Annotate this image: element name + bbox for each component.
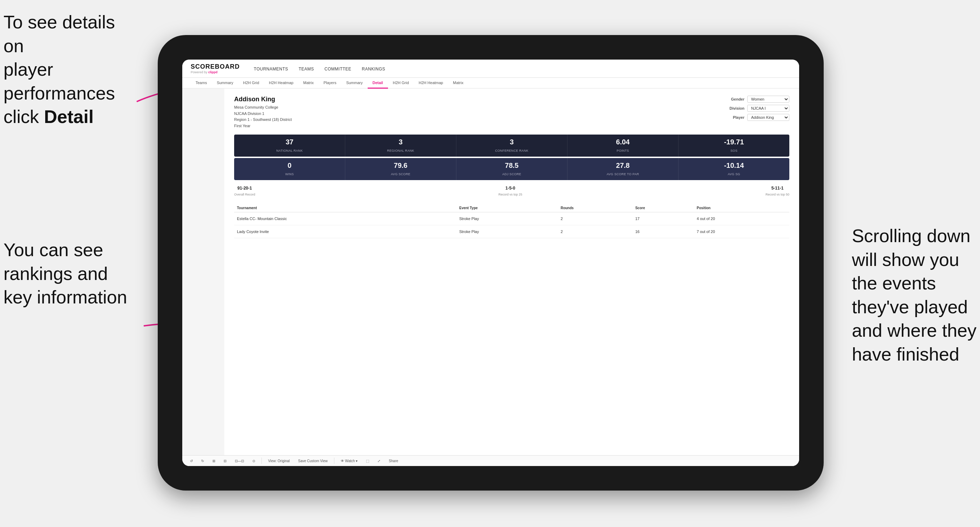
division-label: Division: [727, 106, 745, 110]
left-sidebar: [182, 89, 224, 455]
regional-rank-label: Regional Rank: [387, 149, 414, 152]
tab-matrix2[interactable]: Matrix: [448, 78, 468, 89]
stats-row1: 37 National Rank 3 Regional Rank 3 Confe…: [234, 135, 789, 157]
wins-label: Wins: [285, 172, 294, 176]
conference-rank-label: Conference Rank: [495, 149, 528, 152]
adj-score-label: Adj Score: [502, 172, 521, 176]
nav-committee[interactable]: COMMITTEE: [325, 67, 352, 71]
event-type-1: Stroke Play: [457, 212, 558, 225]
points-label: Points: [617, 149, 629, 152]
tab-h2h-grid[interactable]: H2H Grid: [238, 78, 264, 89]
records-row: 91-20-1 Overall Record 1-5-0 Record vs t…: [234, 184, 789, 198]
annotation-topleft: To see details on player performances cl…: [3, 11, 123, 129]
toolbar-save-custom[interactable]: Save Custom View: [296, 458, 330, 464]
player-info: Addison King Mesa Community College NJCA…: [234, 96, 292, 129]
tournament-table: Tournament Event Type Rounds Score Posit…: [234, 204, 789, 238]
tournament-name-2: Lady Coyote Invite: [234, 225, 457, 238]
avg-sg-label: Avg SG: [728, 172, 740, 176]
gender-label: Gender: [727, 97, 745, 101]
toolbar-share[interactable]: Share: [387, 458, 400, 464]
nav-teams[interactable]: TEAMS: [299, 67, 314, 71]
stat-regional-rank: 3 Regional Rank: [345, 135, 457, 157]
nav-links: TOURNAMENTS TEAMS COMMITTEE RANKINGS: [254, 65, 385, 72]
stat-avg-score-par: 27.8 Avg Score to Par: [568, 158, 679, 180]
record-overall-label: Overall Record: [234, 193, 255, 196]
toolbar-view-original[interactable]: View: Original: [266, 458, 292, 464]
division-control: Division NJCAA I: [727, 105, 789, 112]
sos-value: -19.71: [681, 138, 787, 146]
brand-name: clippd: [208, 70, 218, 74]
toolbar-redo[interactable]: ↻: [199, 458, 206, 464]
toolbar-btn1[interactable]: ⊞: [210, 458, 217, 464]
tab-teams[interactable]: Teams: [191, 78, 212, 89]
record-top50: 5-11-1 Record vs top 50: [765, 186, 789, 197]
stats-row2: 0 Wins 79.6 Avg Score 78.5 Adj Score 27.…: [234, 158, 789, 180]
tab-players[interactable]: Players: [318, 78, 341, 89]
rounds-1: 2: [558, 212, 632, 225]
toolbar-timer[interactable]: ⊙: [250, 458, 257, 464]
score-1: 17: [632, 212, 694, 225]
gender-select[interactable]: Women: [747, 96, 789, 103]
avg-score-par-label: Avg Score to Par: [607, 172, 639, 176]
nav-tournaments[interactable]: TOURNAMENTS: [254, 67, 288, 71]
col-event-type: Event Type: [457, 204, 558, 212]
subnav: Teams Summary H2H Grid H2H Heatmap Matri…: [182, 78, 799, 89]
table-row: Lady Coyote Invite Stroke Play 2 16 7 ou…: [234, 225, 789, 238]
avg-score-value: 79.6: [347, 162, 454, 170]
tablet-frame: SCOREBOARD Powered by clippd TOURNAMENTS…: [158, 35, 824, 490]
toolbar-undo[interactable]: ↺: [188, 458, 195, 464]
record-top25-label: Record vs top 25: [498, 193, 522, 196]
conference-rank-value: 3: [458, 138, 565, 146]
annotation-right: Scrolling down will show you the events …: [852, 224, 977, 367]
player-controls: Gender Women Division NJCAA I: [727, 96, 789, 121]
wins-value: 0: [236, 162, 343, 170]
stat-avg-score: 79.6 Avg Score: [345, 158, 457, 180]
main-content: Addison King Mesa Community College NJCA…: [182, 89, 799, 455]
stat-sos: -19.71 SoS: [679, 135, 789, 157]
position-2: 7 out of 20: [694, 225, 789, 238]
tab-h2h-heatmap2[interactable]: H2H Heatmap: [414, 78, 448, 89]
sos-label: SoS: [730, 149, 737, 152]
record-top50-value: 5-11-1: [765, 186, 789, 190]
toolbar-expand[interactable]: ⤢: [375, 458, 382, 464]
player-label: Player: [727, 115, 745, 119]
regional-rank-value: 3: [347, 138, 454, 146]
tournament-name-1: Estella CC- Mountain Classic: [234, 212, 457, 225]
tab-matrix[interactable]: Matrix: [298, 78, 318, 89]
toolbar-watch[interactable]: 👁 Watch ▾: [339, 458, 360, 464]
col-rounds: Rounds: [558, 204, 632, 212]
nav-rankings[interactable]: RANKINGS: [362, 67, 385, 71]
record-overall: 91-20-1 Overall Record: [234, 186, 255, 197]
bottom-toolbar: ↺ ↻ ⊞ ⊟ ⊡—⊡ ⊙ View: Original Save Custom…: [182, 455, 799, 466]
position-1: 4 out of 20: [694, 212, 789, 225]
tab-summary[interactable]: Summary: [212, 78, 238, 89]
rounds-2: 2: [558, 225, 632, 238]
avg-score-par-value: 27.8: [570, 162, 676, 170]
tab-summary2[interactable]: Summary: [341, 78, 368, 89]
record-top25: 1-5-0 Record vs top 25: [498, 186, 522, 197]
player-header: Addison King Mesa Community College NJCA…: [234, 96, 789, 129]
toolbar-btn3[interactable]: ⊡—⊡: [233, 458, 246, 464]
table-row: Estella CC- Mountain Classic Stroke Play…: [234, 212, 789, 225]
points-value: 6.04: [570, 138, 676, 146]
tab-detail[interactable]: Detail: [368, 78, 388, 89]
stat-points: 6.04 Points: [568, 135, 679, 157]
navbar: SCOREBOARD Powered by clippd TOURNAMENTS…: [182, 60, 799, 78]
tab-h2h-grid2[interactable]: H2H Grid: [388, 78, 414, 89]
player-control: Player Addison King: [727, 114, 789, 121]
toolbar-share-screen[interactable]: ⬚: [364, 458, 371, 464]
toolbar-btn2[interactable]: ⊟: [221, 458, 229, 464]
logo-powered: Powered by clippd: [191, 70, 240, 74]
col-tournament: Tournament: [234, 204, 457, 212]
content-panel: Addison King Mesa Community College NJCA…: [224, 89, 799, 455]
player-select[interactable]: Addison King: [747, 114, 789, 121]
adj-score-value: 78.5: [458, 162, 565, 170]
tablet-screen: SCOREBOARD Powered by clippd TOURNAMENTS…: [182, 60, 799, 466]
player-school: Mesa Community College: [234, 105, 292, 111]
national-rank-label: National Rank: [276, 149, 302, 152]
stat-conference-rank: 3 Conference Rank: [457, 135, 568, 157]
logo-scoreboard: SCOREBOARD: [191, 63, 240, 70]
tab-h2h-heatmap[interactable]: H2H Heatmap: [264, 78, 298, 89]
player-name: Addison King: [234, 96, 292, 103]
division-select[interactable]: NJCAA I: [747, 105, 789, 112]
